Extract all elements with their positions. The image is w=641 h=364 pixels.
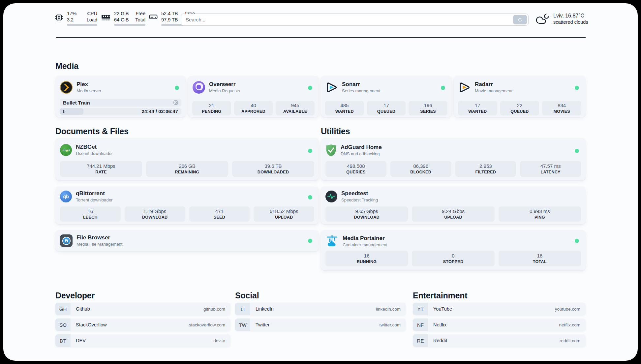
section-title-entertainment: Entertainment xyxy=(413,291,467,300)
portainer-card[interactable]: Media Portainer Container management 16 … xyxy=(321,230,586,270)
stat-value: 0 xyxy=(452,253,454,258)
bookmark-abbr: RE xyxy=(413,334,428,347)
nzbget-icon: nzbget xyxy=(60,144,72,156)
stat-value: 196 xyxy=(424,103,432,108)
search-input[interactable] xyxy=(181,14,529,26)
stat-box: 744.21 Mbps RATE xyxy=(60,161,142,177)
stat-label: DOWNLOADED xyxy=(258,170,289,174)
sonarr-stats: 485 WANTED 17 QUEUED 196 SERIES xyxy=(325,101,447,115)
bookmark-dev[interactable]: DT DEV dev.to xyxy=(55,334,230,347)
stat-box: 196 SERIES xyxy=(409,101,447,115)
screenshot-icon[interactable] xyxy=(173,100,179,106)
stat-box: 2,953 FILTERED xyxy=(455,161,516,177)
bookmark-name: Twitter xyxy=(256,322,270,327)
speedtest-stats: 9.65 Gbps DOWNLOAD 9.24 Gbps UPLOAD 0.99… xyxy=(325,206,581,222)
nzbget-card[interactable]: nzbget NZBGet Usenet downloader 744.21 M… xyxy=(55,138,319,180)
stat-value: 40 xyxy=(251,103,256,108)
bookmark-name: Netflix xyxy=(433,322,446,327)
now-playing-title: Bullet Train xyxy=(63,100,173,106)
app-subtitle: Container management xyxy=(343,242,387,247)
status-dot xyxy=(308,149,312,153)
bookmark-url: youtube.com xyxy=(555,307,580,312)
portainer-header: Media Portainer Container management xyxy=(325,235,387,248)
stat-label: WANTED xyxy=(335,109,354,114)
stat-label: STOPPED xyxy=(443,259,464,264)
stat-label: UPLOAD xyxy=(444,215,462,220)
plex-header: Plex Media server xyxy=(60,81,101,94)
section-title-social: Social xyxy=(235,291,259,300)
disk-values: 52.4 TB97.9 TB xyxy=(161,11,178,23)
cpu-progress-bar xyxy=(67,24,97,26)
stat-box: 834 MOVIES xyxy=(542,101,581,115)
stat-box: 39.6 TB DOWNLOADED xyxy=(232,161,314,177)
cloud-moon-icon xyxy=(535,13,551,27)
app-title: Media Portainer xyxy=(343,235,387,241)
status-dot xyxy=(308,86,312,90)
stat-value: 2,953 xyxy=(479,163,492,169)
adguard-card[interactable]: AdGuard Home DNS and adblocking 498,508 … xyxy=(321,138,586,180)
bookmark-name: StackOverflow xyxy=(76,322,107,327)
app-title: qBittorrent xyxy=(76,191,112,197)
sonarr-card[interactable]: Sonarr Series management 485 WANTED 17 Q… xyxy=(321,76,452,117)
app-subtitle: Speedtest Tracking xyxy=(341,197,378,202)
stat-box: 945 AVAILABLE xyxy=(276,101,315,115)
speedtest-header: Speedtest Speedtest Tracking xyxy=(325,191,378,202)
section-title-media: Media xyxy=(55,61,78,71)
stat-label: QUEUED xyxy=(377,109,395,114)
bookmark-netflix[interactable]: NF Netflix netflix.com xyxy=(413,318,586,331)
bookmark-url: github.com xyxy=(203,307,225,312)
stat-box: 40 APPROVED xyxy=(234,101,273,115)
app-title: NZBGet xyxy=(76,144,113,150)
weather-location-temp: Lviv, 16.87°C xyxy=(553,12,588,19)
app-title: Speedtest xyxy=(341,191,378,197)
stat-value: 485 xyxy=(340,103,349,108)
stat-label: BLOCKED xyxy=(410,170,431,174)
speedtest-card[interactable]: Speedtest Speedtest Tracking 9.65 Gbps D… xyxy=(321,187,586,224)
bookmark-stackoverflow[interactable]: SO StackOverflow stackoverflow.com xyxy=(55,318,230,331)
status-dot xyxy=(308,239,312,243)
stat-value: 17 xyxy=(475,103,480,108)
stat-label: PING xyxy=(534,215,545,220)
app-subtitle: Usenet downloader xyxy=(76,151,113,156)
status-dot xyxy=(575,149,579,153)
memory-icon xyxy=(101,13,110,22)
bookmark-url: dev.to xyxy=(213,338,225,343)
plex-icon xyxy=(60,81,73,94)
radarr-card[interactable]: Radarr Movie management 17 WANTED 22 QUE… xyxy=(454,76,586,117)
stat-box: 21 PENDING xyxy=(192,101,231,115)
adguard-header: AdGuard Home DNS and adblocking xyxy=(325,144,382,157)
stat-value: 86,396 xyxy=(413,163,428,169)
stat-value: 618.52 Mbps xyxy=(270,208,298,214)
overseerr-card[interactable]: Overseerr Media Requests 21 PENDING 40 A… xyxy=(188,76,319,117)
stat-box: 86,396 BLOCKED xyxy=(390,161,451,177)
stat-value: 17 xyxy=(383,103,389,108)
stat-label: REMAINING xyxy=(175,170,199,174)
bookmark-github[interactable]: GH Github github.com xyxy=(55,303,230,315)
filebrowser-card[interactable]: File Browser Media File Management xyxy=(55,230,319,251)
radarr-stats: 17 WANTED 22 QUEUED 834 MOVIES xyxy=(458,101,581,115)
cpu-widget: 17%3.2 CPULoad xyxy=(55,11,97,26)
bookmark-reddit[interactable]: RE Reddit reddit.com xyxy=(413,334,586,347)
filebrowser-icon xyxy=(60,234,73,247)
stat-label: RATE xyxy=(95,170,107,174)
weather-widget: Lviv, 16.87°C scattered clouds xyxy=(553,12,588,25)
plex-card[interactable]: Plex Media server Bullet Train 24:44 / 0… xyxy=(55,76,186,117)
section-title-developer: Developer xyxy=(55,291,95,300)
pause-icon[interactable] xyxy=(63,110,65,113)
stat-label: UPLOAD xyxy=(275,215,293,220)
app-subtitle: DNS and adblocking xyxy=(341,151,382,156)
stat-value: 834 xyxy=(558,103,566,108)
qbittorrent-card[interactable]: qb qBittorrent Torrent downloader 16 LEE… xyxy=(55,187,319,224)
app-subtitle: Series management xyxy=(342,88,380,93)
bookmark-twitter[interactable]: TW Twitter twitter.com xyxy=(235,318,406,331)
app-title: AdGuard Home xyxy=(341,144,382,150)
bookmark-linkedin[interactable]: LI LinkedIn linkedin.com xyxy=(235,303,406,315)
search-engine-button[interactable]: G xyxy=(513,15,527,24)
app-title: File Browser xyxy=(76,235,122,241)
status-dot xyxy=(575,239,579,243)
stat-value: 1.19 Gbps xyxy=(143,208,166,214)
playback-progress-bar[interactable]: 24:44 / 02:06:47 xyxy=(60,108,181,115)
bookmark-youtube[interactable]: YT YouTube youtube.com xyxy=(413,303,586,315)
bookmark-abbr: LI xyxy=(235,303,250,315)
stat-value: 266 GB xyxy=(179,163,196,169)
